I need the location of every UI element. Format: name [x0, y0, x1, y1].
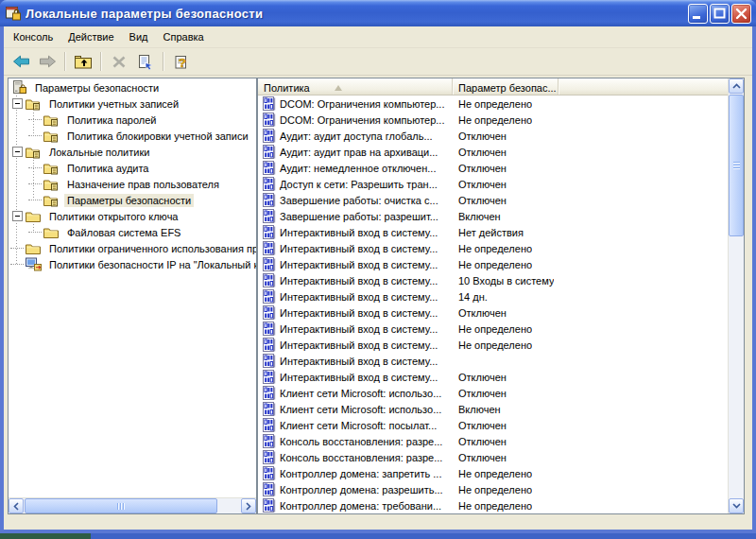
tree-item[interactable]: Политики учетных записей [9, 96, 256, 112]
tree: Параметры безопасностиПолитики учетных з… [9, 78, 256, 497]
chevron-down-icon [732, 503, 741, 509]
policy-name: Консоль восстановления: разре... [280, 436, 442, 447]
menu-item[interactable]: Консоль [6, 28, 60, 46]
list-row[interactable]: Интерактивный вход в систему...10 Входы … [258, 272, 728, 288]
policy-item-icon [262, 466, 276, 480]
folder-icon [26, 242, 42, 255]
policy-name: Консоль восстановления: разре... [280, 452, 442, 463]
policy-item-icon [262, 450, 276, 464]
maximize-icon [711, 5, 729, 23]
up-level-button[interactable] [70, 49, 96, 74]
properties-button[interactable] [132, 49, 159, 74]
menu-item[interactable]: Справка [156, 28, 212, 46]
policy-value: Включен [453, 404, 501, 415]
list-row[interactable]: Консоль восстановления: разре...Отключен [258, 449, 728, 465]
maximize-button[interactable] [710, 4, 730, 24]
policy-value: Не определено [453, 500, 532, 512]
toolbar-separator [64, 52, 66, 71]
list-row[interactable]: Консоль восстановления: разре...Отключен [258, 433, 728, 449]
tree-item[interactable]: Назначение прав пользователя [9, 176, 256, 192]
help-icon: ? [174, 54, 190, 70]
policy-value: Отключен [453, 388, 507, 399]
policy-name: Интерактивный вход в систему... [280, 227, 438, 238]
horizontal-scrollbar[interactable] [9, 497, 256, 513]
policy-name: DCOM: Ограничения компьютер... [280, 114, 444, 126]
tree-item[interactable]: Локальные политики [9, 144, 256, 160]
list-row[interactable]: Контроллер домена: требовани...Не опреде… [258, 497, 728, 513]
list-row[interactable]: Интерактивный вход в систему... [258, 353, 728, 369]
list-row[interactable]: DCOM: Ограничения компьютер...Не определ… [258, 96, 728, 112]
tree-item[interactable]: Политика паролей [9, 112, 256, 128]
list-row[interactable]: Клиент сети Microsoft: использо...Включе… [258, 401, 728, 417]
list-row[interactable]: Завершение работы: разрешит...Включен [258, 208, 728, 224]
list-row[interactable]: Интерактивный вход в систему...Не опреде… [258, 256, 728, 272]
list-row[interactable]: Доступ к сети: Разрешить тран...Отключен [258, 176, 728, 192]
folder-policy-icon [26, 146, 42, 159]
list-row[interactable]: Интерактивный вход в систему...Отключен [258, 369, 728, 385]
close-button[interactable] [731, 4, 751, 24]
back-button[interactable] [8, 49, 34, 74]
vertical-scrollbar[interactable] [728, 78, 744, 513]
policy-name: Интерактивный вход в систему... [280, 356, 438, 367]
column-header-policy[interactable]: Политика [258, 78, 453, 95]
tree-item-label: Политики открытого ключа [46, 210, 180, 223]
help-button[interactable]: ? [168, 49, 195, 74]
policy-value: Нет действия [453, 227, 524, 238]
list-row[interactable]: Интерактивный вход в систему...Не опреде… [258, 321, 728, 337]
toolbar-separator [163, 52, 164, 71]
title-bar[interactable]: Локальные параметры безопасности [0, 0, 756, 26]
tree-item[interactable]: Политика блокировки учетной записи [9, 128, 256, 144]
tree-item-label: Политики безопасности IP на "Локальный к [46, 258, 256, 271]
tree-item-label: Политики учетных записей [46, 97, 181, 111]
list-row[interactable]: Интерактивный вход в систему...Нет дейст… [258, 224, 728, 240]
scroll-right-button[interactable] [241, 498, 256, 513]
chevron-right-icon [246, 502, 251, 511]
tree-expander-minus[interactable] [12, 147, 23, 157]
tree-item[interactable]: Политики ограниченного использования пр [9, 240, 256, 256]
list-row[interactable]: Завершение работы: очистка с...Отключен [258, 192, 728, 208]
tree-item[interactable]: Файловая система EFS [9, 224, 256, 240]
vertical-scroll-thumb[interactable] [729, 95, 744, 236]
policy-item-icon [262, 498, 276, 513]
policy-name: Аудит: аудит прав на архиваци... [280, 147, 438, 158]
scroll-left-button[interactable] [9, 498, 24, 513]
list-row[interactable]: Аудит: аудит прав на архиваци...Отключен [258, 144, 728, 160]
tree-item[interactable]: Параметры безопасности [9, 79, 256, 96]
list-row[interactable]: Аудит: немедленное отключен...Отключен [258, 160, 728, 176]
minimize-button[interactable] [688, 4, 708, 24]
tree-connector [28, 119, 42, 120]
tree-expander-minus[interactable] [12, 211, 23, 221]
sort-ascending-icon [335, 85, 342, 91]
tree-item[interactable]: Параметры безопасности [9, 192, 256, 208]
scroll-up-button[interactable] [729, 78, 744, 94]
list-row[interactable]: Клиент сети Microsoft: посылат...Отключе… [258, 417, 728, 433]
policy-value: Отключен [453, 372, 507, 383]
policy-item-icon [262, 273, 276, 287]
list-row[interactable]: Контроллер домена: запретить ...Не опред… [258, 465, 728, 481]
list-row[interactable]: Интерактивный вход в систему...14 дн. [258, 288, 728, 304]
menu-item[interactable]: Вид [122, 28, 156, 46]
tree-item[interactable]: Политики открытого ключа [9, 208, 256, 224]
tree-guide-line [33, 113, 34, 135]
list-row[interactable]: Клиент сети Microsoft: использо...Отключ… [258, 385, 728, 401]
delete-button[interactable] [106, 49, 132, 74]
forward-button[interactable] [34, 49, 60, 74]
toolbar-separator [100, 52, 102, 71]
list-row[interactable]: Аудит: аудит доступа глобаль...Отключен [258, 128, 728, 144]
policy-value: Отключен [453, 452, 507, 463]
policy-value: Отключен [453, 436, 507, 447]
tree-guide-line [33, 160, 34, 200]
list-row[interactable]: Интерактивный вход в систему...Не опреде… [258, 240, 728, 256]
tree-expander-minus[interactable] [12, 98, 23, 109]
tree-item[interactable]: Политики безопасности IP на "Локальный к [9, 256, 256, 272]
horizontal-scroll-thumb[interactable] [25, 498, 217, 513]
list-row[interactable]: Контроллер домена: разрешить...Не опреде… [258, 481, 728, 497]
tree-item-label: Файловая система EFS [64, 226, 183, 239]
list-row[interactable]: DCOM: Ограничения компьютер...Не определ… [258, 112, 728, 128]
column-header-setting[interactable]: Параметр безопас... [453, 78, 558, 95]
menu-item[interactable]: Действие [60, 28, 121, 46]
list-row[interactable]: Интерактивный вход в систему...Не опреде… [258, 337, 728, 353]
scroll-down-button[interactable] [729, 498, 744, 513]
tree-item[interactable]: Политика аудита [9, 160, 256, 176]
list-row[interactable]: Интерактивный вход в систему...Отключен [258, 304, 728, 321]
